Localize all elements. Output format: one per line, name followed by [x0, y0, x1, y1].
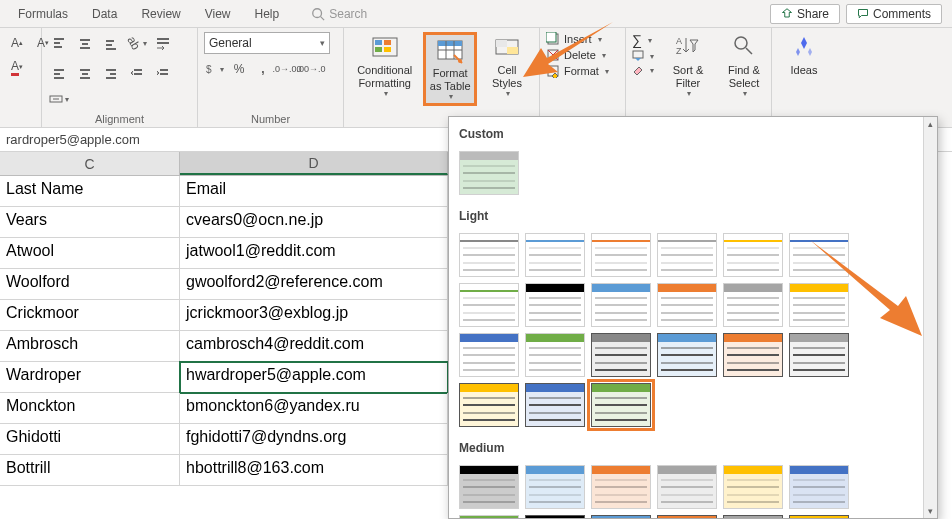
- share-button[interactable]: Share: [770, 4, 840, 24]
- format-cells-button[interactable]: Format: [546, 64, 609, 78]
- table-style-option[interactable]: [525, 465, 585, 509]
- accounting-format-button[interactable]: $: [204, 58, 226, 80]
- column-header-c[interactable]: C: [0, 152, 180, 175]
- cell-d7[interactable]: hwardroper5@apple.com: [180, 362, 448, 393]
- tell-me-search[interactable]: Search: [311, 7, 367, 21]
- table-style-option[interactable]: [723, 333, 783, 377]
- cell-d5[interactable]: jcrickmoor3@exblog.jp: [180, 300, 448, 331]
- table-style-option[interactable]: [459, 333, 519, 377]
- table-style-option[interactable]: [459, 283, 519, 327]
- table-style-option[interactable]: [789, 515, 849, 518]
- table-style-option[interactable]: [525, 333, 585, 377]
- scroll-down-icon[interactable]: ▾: [924, 504, 937, 518]
- table-style-option[interactable]: [789, 333, 849, 377]
- table-style-option[interactable]: [525, 383, 585, 427]
- table-style-option[interactable]: [723, 515, 783, 518]
- table-style-option[interactable]: [591, 333, 651, 377]
- table-style-option[interactable]: [459, 151, 519, 195]
- cell-d2[interactable]: cvears0@ocn.ne.jp: [180, 207, 448, 238]
- table-style-option[interactable]: [591, 283, 651, 327]
- insert-cells-button[interactable]: Insert: [546, 32, 609, 46]
- table-style-option[interactable]: [723, 283, 783, 327]
- table-style-option[interactable]: [525, 283, 585, 327]
- align-right-button[interactable]: [100, 62, 122, 84]
- cell-d3[interactable]: jatwool1@reddit.com: [180, 238, 448, 269]
- format-as-table-button[interactable]: Format as Table: [423, 32, 477, 106]
- autosum-button[interactable]: ∑: [632, 32, 654, 48]
- cell-d10[interactable]: hbottrill8@163.com: [180, 455, 448, 486]
- delete-cells-button[interactable]: Delete: [546, 48, 609, 62]
- orientation-button[interactable]: ab: [126, 32, 148, 54]
- tab-formulas[interactable]: Formulas: [6, 0, 80, 27]
- cell-c8[interactable]: Monckton: [0, 393, 180, 424]
- cell-styles-button[interactable]: Cell Styles: [481, 32, 533, 100]
- align-middle-button[interactable]: [74, 32, 96, 54]
- increase-decimal-button[interactable]: .0→.00: [276, 58, 298, 80]
- table-style-option[interactable]: [789, 283, 849, 327]
- fill-button[interactable]: [632, 50, 654, 62]
- cell-c9[interactable]: Ghidotti: [0, 424, 180, 455]
- sort-filter-button[interactable]: AZ Sort & Filter: [662, 32, 714, 100]
- cell-c4[interactable]: Woolford: [0, 269, 180, 300]
- cell-c7[interactable]: Wardroper: [0, 362, 180, 393]
- table-style-option[interactable]: [723, 233, 783, 277]
- table-style-option[interactable]: [723, 465, 783, 509]
- table-style-option[interactable]: [591, 465, 651, 509]
- find-select-button[interactable]: Find & Select: [718, 32, 770, 100]
- conditional-formatting-button[interactable]: Conditional Formatting: [350, 32, 419, 100]
- cell-d4[interactable]: gwoolford2@reference.com: [180, 269, 448, 300]
- gallery-scrollbar[interactable]: ▴ ▾: [923, 117, 937, 518]
- clear-button[interactable]: [632, 64, 654, 76]
- comma-format-button[interactable]: ,: [252, 58, 274, 80]
- table-style-option[interactable]: [657, 233, 717, 277]
- wrap-text-button[interactable]: [152, 32, 174, 54]
- font-color-button[interactable]: A▾: [6, 56, 28, 78]
- table-style-option[interactable]: [789, 233, 849, 277]
- ideas-button[interactable]: Ideas: [778, 32, 830, 79]
- cell-c-header[interactable]: Last Name: [0, 176, 180, 207]
- table-style-option[interactable]: [525, 515, 585, 518]
- decrease-indent-button[interactable]: [126, 62, 148, 84]
- increase-font-button[interactable]: A▴: [6, 32, 28, 54]
- table-style-option[interactable]: [789, 465, 849, 509]
- cell-c10[interactable]: Bottrill: [0, 455, 180, 486]
- tab-data[interactable]: Data: [80, 0, 129, 27]
- number-format-select[interactable]: General▾: [204, 32, 330, 54]
- tab-help[interactable]: Help: [243, 0, 292, 27]
- table-style-option[interactable]: [657, 515, 717, 518]
- table-style-option[interactable]: [591, 233, 651, 277]
- cell-d8[interactable]: bmonckton6@yandex.ru: [180, 393, 448, 424]
- align-top-button[interactable]: [48, 32, 70, 54]
- align-left-button[interactable]: [48, 62, 70, 84]
- tab-review[interactable]: Review: [129, 0, 192, 27]
- table-style-option[interactable]: [657, 283, 717, 327]
- table-style-option[interactable]: [459, 233, 519, 277]
- decrease-decimal-button[interactable]: .00→.0: [300, 58, 322, 80]
- align-center-button[interactable]: [74, 62, 96, 84]
- cell-c2[interactable]: Vears: [0, 207, 180, 238]
- tab-view[interactable]: View: [193, 0, 243, 27]
- percent-format-button[interactable]: %: [228, 58, 250, 80]
- cell-d-header[interactable]: Email: [180, 176, 448, 207]
- table-style-option[interactable]: [591, 515, 651, 518]
- table-style-option[interactable]: [459, 515, 519, 518]
- table-style-option[interactable]: [525, 233, 585, 277]
- cell-c5[interactable]: Crickmoor: [0, 300, 180, 331]
- svg-line-53: [746, 48, 752, 54]
- increase-indent-button[interactable]: [152, 62, 174, 84]
- table-style-option[interactable]: [591, 383, 651, 427]
- merge-center-button[interactable]: [48, 88, 70, 110]
- cell-c3[interactable]: Atwool: [0, 238, 180, 269]
- table-style-option[interactable]: [657, 333, 717, 377]
- scroll-up-icon[interactable]: ▴: [924, 117, 937, 131]
- cell-c6[interactable]: Ambrosch: [0, 331, 180, 362]
- table-style-option[interactable]: [657, 465, 717, 509]
- cell-d6[interactable]: cambrosch4@reddit.com: [180, 331, 448, 362]
- align-bottom-button[interactable]: [100, 32, 122, 54]
- table-style-option[interactable]: [459, 383, 519, 427]
- formula-bar-value[interactable]: rardroper5@apple.com: [6, 132, 140, 147]
- table-style-option[interactable]: [459, 465, 519, 509]
- column-header-d[interactable]: D: [180, 152, 448, 175]
- comments-button[interactable]: Comments: [846, 4, 942, 24]
- cell-d9[interactable]: fghidotti7@dyndns.org: [180, 424, 448, 455]
